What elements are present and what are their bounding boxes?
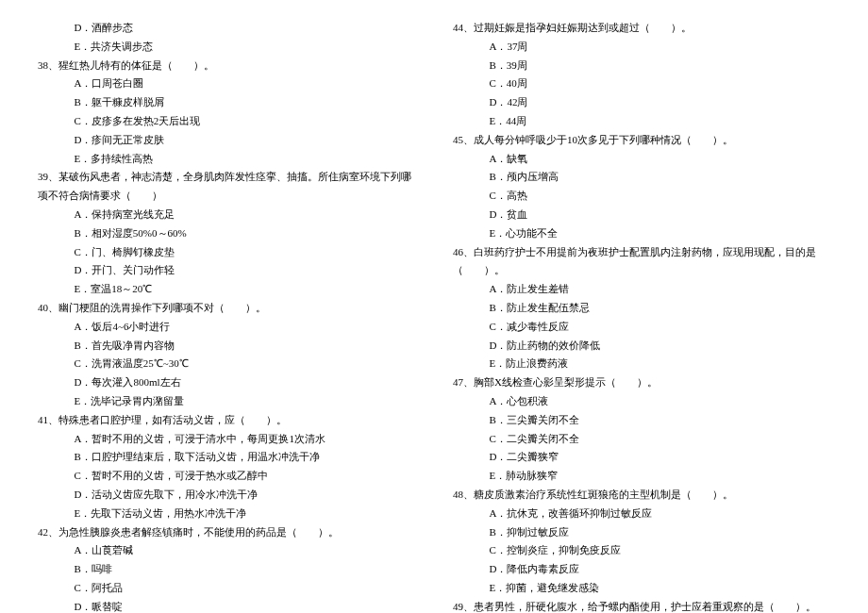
question-39: 39、某破伤风患者，神志清楚，全身肌肉阵发性痉挛、抽搐。所住病室环境下列哪项不符… xyxy=(38,168,415,206)
q44-opt-a: A．37周 xyxy=(453,38,830,57)
q40-opt-b: B．首先吸净胃内容物 xyxy=(38,337,415,356)
question-48: 48、糖皮质激素治疗系统性红斑狼疮的主型机制是（ ）。 xyxy=(453,486,830,505)
q45-opt-b: B．颅内压增高 xyxy=(453,168,830,187)
q38-opt-c: C．皮疹多在发热2天后出现 xyxy=(38,112,415,131)
q42-opt-a: A．山莨菪碱 xyxy=(38,541,415,560)
q44-opt-c: C．40周 xyxy=(453,75,830,93)
q38-opt-b: B．躯干糠皮样脱屑 xyxy=(38,93,415,112)
q42-opt-d: D．哌替啶 xyxy=(38,598,415,613)
question-49: 49、患者男性，肝硬化腹水，给予螺内酯使用，护士应着重观察的是（ ）。 xyxy=(453,598,830,613)
q42-opt-b: B．吗啡 xyxy=(38,560,415,579)
q48-opt-e: E．抑菌，避免继发感染 xyxy=(453,579,830,598)
q42-opt-c: C．阿托品 xyxy=(38,579,415,598)
q41-opt-b: B．口腔护理结束后，取下活动义齿，用温水冲洗干净 xyxy=(38,448,415,467)
option-e: E．共济失调步态 xyxy=(38,38,415,57)
q46-opt-c: C．减少毒性反应 xyxy=(453,318,830,337)
q41-opt-e: E．先取下活动义齿，用热水冲洗干净 xyxy=(38,505,415,523)
q46-opt-e: E．防止浪费药液 xyxy=(453,355,830,373)
q39-opt-e: E．室温18～20℃ xyxy=(38,280,415,299)
q39-opt-a: A．保持病室光线充足 xyxy=(38,206,415,224)
question-44: 44、过期妊娠是指孕妇妊娠期达到或超过（ ）。 xyxy=(453,19,830,38)
q45-opt-d: D．贫血 xyxy=(453,206,830,224)
q44-opt-e: E．44周 xyxy=(453,112,830,131)
q45-opt-c: C．高热 xyxy=(453,187,830,206)
q48-opt-d: D．降低内毒素反应 xyxy=(453,560,830,579)
q40-opt-e: E．洗毕记录胃内潴留量 xyxy=(38,392,415,411)
q39-opt-b: B．相对湿度50%0～60% xyxy=(38,224,415,243)
q46-opt-d: D．防止药物的效价降低 xyxy=(453,337,830,356)
option-d: D．酒醉步态 xyxy=(38,19,415,38)
q44-opt-d: D．42周 xyxy=(453,93,830,112)
q41-opt-d: D．活动义齿应先取下，用冷水冲洗干净 xyxy=(38,486,415,505)
q38-opt-e: E．多持续性高热 xyxy=(38,150,415,169)
q46-opt-b: B．防止发生配伍禁忌 xyxy=(453,299,830,318)
q45-opt-a: A．缺氧 xyxy=(453,150,830,169)
q47-opt-d: D．二尖瓣狭窄 xyxy=(453,448,830,467)
q48-opt-a: A．抗休克，改善循环抑制过敏反应 xyxy=(453,505,830,523)
q47-opt-b: B．三尖瓣关闭不全 xyxy=(453,411,830,430)
question-42: 42、为急性胰腺炎患者解痉镇痛时，不能使用的药品是（ ）。 xyxy=(38,523,415,542)
q39-opt-c: C．门、椅脚钉橡皮垫 xyxy=(38,243,415,262)
q41-opt-c: C．暂时不用的义齿，可浸于热水或乙醇中 xyxy=(38,467,415,486)
question-40: 40、幽门梗阻的洗胃操作下列哪项不对（ ）。 xyxy=(38,299,415,318)
q47-opt-c: C．二尖瓣关闭不全 xyxy=(453,430,830,449)
question-46: 46、白班药疗护士不用提前为夜班护士配置肌内注射药物，应现用现配，目的是（ ）。 xyxy=(453,243,830,281)
q48-opt-c: C．控制炎症，抑制免疫反应 xyxy=(453,541,830,560)
q48-opt-b: B．抑制过敏反应 xyxy=(453,523,830,542)
q46-opt-a: A．防止发生差错 xyxy=(453,280,830,299)
q40-opt-a: A．饭后4~6小时进行 xyxy=(38,318,415,337)
q40-opt-d: D．每次灌入800ml左右 xyxy=(38,373,415,392)
q41-opt-a: A．暂时不用的义齿，可浸于清水中，每周更换1次清水 xyxy=(38,430,415,449)
q44-opt-b: B．39周 xyxy=(453,57,830,75)
question-47: 47、胸部X线检查心影呈梨形提示（ ）。 xyxy=(453,373,830,392)
q38-opt-d: D．疹间无正常皮肤 xyxy=(38,131,415,150)
question-38: 38、猩红热儿特有的体征是（ ）。 xyxy=(38,57,415,75)
q47-opt-e: E．肺动脉狭窄 xyxy=(453,467,830,486)
question-41: 41、特殊患者口腔护理，如有活动义齿，应（ ）。 xyxy=(38,411,415,430)
q39-opt-d: D．开门、关门动作轻 xyxy=(38,261,415,280)
q40-opt-c: C．洗胃液温度25℃~30℃ xyxy=(38,355,415,373)
q38-opt-a: A．口周苍白圈 xyxy=(38,75,415,93)
question-45: 45、成人每分钟呼吸少于10次多见于下列哪种情况（ ）。 xyxy=(453,131,830,150)
q47-opt-a: A．心包积液 xyxy=(453,392,830,411)
q45-opt-e: E．心功能不全 xyxy=(453,224,830,243)
